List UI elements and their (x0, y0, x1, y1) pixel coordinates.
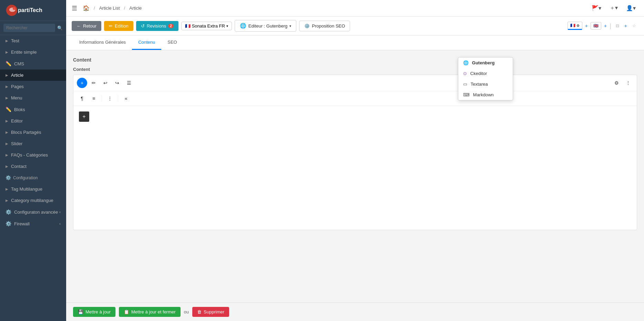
locale-switcher: 🇫🇷 ⚙ + 🇬🇧 + | ⊟ + ☆ (568, 22, 638, 30)
editor-redo-button[interactable]: ↪ (112, 78, 122, 88)
tab-label: Informations Générales (79, 40, 126, 45)
editor-dropdown-container: 🌐 Editeur : Gutenberg ▾ 🌐 Gutenberg ⊙ Ck… (235, 20, 296, 32)
chevron-icon: ▶ (6, 50, 8, 54)
ckeditor-icon: ⊙ (463, 71, 467, 76)
edit-icon: ✏ (109, 23, 113, 29)
back-label: Retour (83, 23, 96, 29)
gear-small-icon: ⚙ (576, 24, 580, 28)
divider-icon: | (610, 22, 611, 30)
sidebar-item-firewall[interactable]: ⚙️ Firewall ‹ (0, 218, 66, 229)
chevron-icon: ▶ (6, 153, 8, 157)
editor-pencil-button[interactable]: ✏ (89, 78, 99, 88)
sidebar-item-menu[interactable]: ▶ Menu (0, 92, 66, 104)
logo-text: partiTech (18, 7, 42, 13)
delete-label: Supprimer (204, 309, 224, 314)
editor-divider (102, 95, 102, 102)
sidebar-item-editor[interactable]: ▶ Editor (0, 115, 66, 127)
dropdown-item-ckeditor[interactable]: ⊙ Ckeditor (458, 68, 513, 79)
chevron-icon: ▶ (6, 119, 8, 123)
revisions-button[interactable]: ↺ Revisions 2 (136, 21, 178, 31)
main-content: ☰ 🏠 / Article List / Article 🚩▾ ＋▾ 👤▾ ← … (66, 0, 644, 321)
revisions-badge: 2 (168, 24, 174, 28)
field-label: Content (73, 67, 637, 72)
sidebar-item-contact[interactable]: ▶ Contact (0, 161, 66, 172)
sidebar-item-label: Test (11, 38, 19, 43)
plus-button[interactable]: ＋▾ (607, 3, 621, 13)
sidebar-item-config-avancee[interactable]: ⚙️ Configuraton avancée ‹ (0, 206, 66, 218)
update-close-button[interactable]: 📋 Mettre à jour et fermer (119, 307, 181, 317)
editor-align-button[interactable]: ≡ (89, 93, 99, 104)
edition-button[interactable]: ✏ Edition (104, 21, 133, 31)
add-block-button[interactable]: + (79, 111, 89, 122)
delete-button[interactable]: 🗑 Supprimer (192, 307, 229, 317)
locale-en[interactable]: 🇬🇧 (591, 22, 601, 30)
editor-back-button[interactable]: « (121, 93, 131, 104)
sidebar-item-label: Editor (11, 118, 23, 124)
editor-add-button[interactable]: + (77, 78, 87, 88)
content-area: Content Content + ✏ ↩ ↪ ☰ ⚙ ⋮ (66, 50, 644, 321)
sidebar-item-test[interactable]: ▶ Test (0, 35, 66, 46)
locale-star[interactable]: ☆ (630, 22, 638, 29)
or-text: ou (184, 309, 189, 314)
search-input[interactable] (3, 24, 55, 32)
editor-dropdown-button[interactable]: 🌐 Editeur : Gutenberg ▾ (235, 20, 296, 32)
locale-add-en[interactable]: + (603, 22, 607, 29)
editor-paragraph-button[interactable]: ¶ (77, 93, 87, 104)
home-icon[interactable]: 🏠 (83, 5, 90, 11)
sidebar-section-configuration[interactable]: ⚙️ Configuration (0, 172, 66, 183)
chevron-icon: ▶ (6, 187, 8, 191)
en-flag: 🇬🇧 (593, 23, 599, 28)
breadcrumb-link[interactable]: Article List (99, 6, 120, 11)
bottom-action-bar: 💾 Mettre à jour 📋 Mettre à jour et ferme… (66, 302, 644, 321)
dropdown-item-textarea[interactable]: ▭ Textarea (458, 79, 513, 89)
editor-divider-2 (118, 95, 118, 102)
chevron-icon: ▶ (6, 73, 8, 77)
back-icon: ← (76, 23, 81, 29)
editor-undo-button[interactable]: ↩ (100, 78, 111, 88)
columns-icon: ⊟ (616, 23, 619, 28)
dropdown-item-label: Markdown (473, 92, 494, 97)
tab-informations-generales[interactable]: Informations Générales (73, 35, 132, 50)
flag-button[interactable]: 🚩▾ (589, 3, 604, 13)
sidebar-item-bloks[interactable]: ✏️ Bloks (0, 104, 66, 115)
sidebar-item-tag-multilangue[interactable]: ▶ Tag Multilangue (0, 183, 66, 195)
tab-seo[interactable]: SEO (161, 35, 183, 50)
sidebar-item-blocs-partages[interactable]: ▶ Blocs Partagés (0, 127, 66, 138)
editor-dots-button[interactable]: ⋮ (105, 93, 115, 104)
search-icon[interactable]: 🔍 (57, 25, 63, 31)
sidebar-item-label: Category multilangue (11, 198, 53, 203)
chevron-icon: ▶ (6, 164, 8, 168)
delete-icon: 🗑 (197, 309, 202, 314)
logo-icon (6, 4, 18, 17)
sidebar-item-label: Bloks (14, 107, 25, 112)
breadcrumb-article-list[interactable]: Article List (99, 6, 120, 11)
seo-button[interactable]: ⚙️ Proposition SEO (299, 21, 350, 31)
sidebar-item-slider[interactable]: ▶ Slider (0, 138, 66, 149)
locale-add-col[interactable]: + (624, 22, 628, 29)
back-button[interactable]: ← Retour (72, 21, 101, 31)
sidebar-item-cms[interactable]: ✏️ CMS (0, 58, 66, 69)
sidebar-item-label: Entite simple (11, 50, 37, 55)
editor-list-button[interactable]: ☰ (124, 78, 134, 88)
sidebar-item-category-multilangue[interactable]: ▶ Category multilangue (0, 195, 66, 206)
sidebar-item-faqs[interactable]: ▶ FAQs - Catégories (0, 149, 66, 161)
locale-fr[interactable]: 🇫🇷 ⚙ (568, 22, 582, 30)
editor-settings-button[interactable]: ⚙ (611, 78, 622, 88)
language-selector[interactable]: 🇫🇷 Sonata Extra FR ▾ (181, 22, 232, 30)
dropdown-item-gutenberg[interactable]: 🌐 Gutenberg (458, 57, 513, 68)
locale-add-fr[interactable]: + (584, 22, 589, 29)
update-button[interactable]: 💾 Mettre à jour (73, 307, 115, 317)
sidebar-item-label: CMS (14, 61, 24, 66)
hamburger-icon[interactable]: ☰ (72, 4, 77, 12)
user-button[interactable]: 👤▾ (623, 3, 638, 13)
sidebar-item-entite[interactable]: ▶ Entite simple (0, 46, 66, 58)
sidebar-item-label: FAQs - Catégories (11, 152, 48, 158)
editor-more-button[interactable]: ⋮ (623, 78, 633, 88)
wordpress-icon: 🌐 (463, 60, 469, 65)
editor-body[interactable]: + (73, 106, 637, 230)
dropdown-item-markdown[interactable]: ⌨ Markdown (458, 89, 513, 100)
sidebar-item-pages[interactable]: ▶ Pages (0, 81, 66, 92)
sidebar-item-label: Firewall (14, 221, 30, 226)
sidebar-item-article[interactable]: ▶ Article (0, 69, 66, 81)
tab-contenu[interactable]: Contenu (132, 35, 161, 50)
